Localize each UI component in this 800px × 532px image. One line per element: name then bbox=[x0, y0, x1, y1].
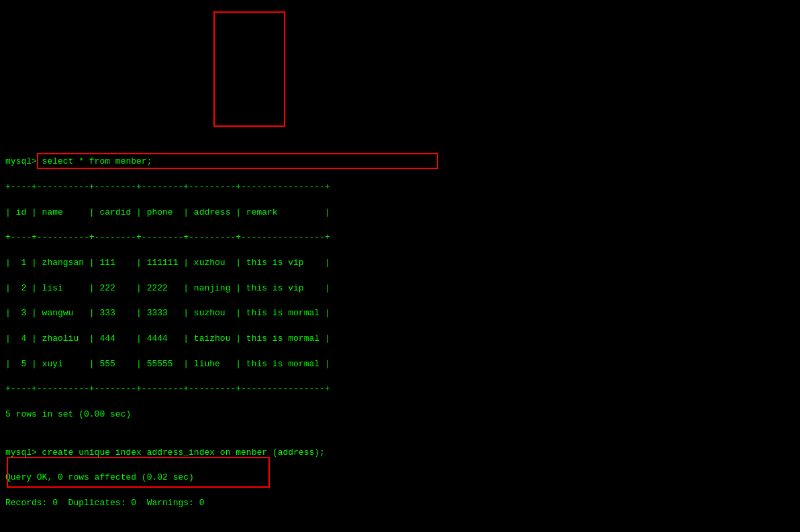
line-6: | 2 | lisi | 222 | 2222 | nanjing | this… bbox=[5, 282, 795, 295]
address-column-highlight bbox=[213, 11, 285, 127]
line-9: | 5 | xuyi | 555 | 55555 | liuhe | this … bbox=[5, 358, 795, 371]
line-14: Query OK, 0 rows affected (0.02 sec) bbox=[5, 472, 795, 484]
line-1: mysql> select * from menber; bbox=[5, 156, 795, 168]
line-7: | 3 | wangwu | 333 | 3333 | suzhou | thi… bbox=[5, 307, 795, 320]
line-2: +----+----------+--------+--------+-----… bbox=[5, 181, 795, 194]
line-8: | 4 | zhaoliu | 444 | 4444 | taizhou | t… bbox=[5, 333, 795, 345]
terminal: mysql> select * from menber; +----+-----… bbox=[0, 0, 800, 532]
line-5: | 1 | zhangsan | 111 | 111111 | xuzhou |… bbox=[5, 257, 795, 270]
line-4: +----+----------+--------+--------+-----… bbox=[5, 231, 795, 244]
line-10: +----+----------+--------+--------+-----… bbox=[5, 383, 795, 396]
line-11: 5 rows in set (0.00 sec) bbox=[5, 409, 795, 421]
line-3: | id | name | cardid | phone | address |… bbox=[5, 207, 795, 219]
line-15: Records: 0 Duplicates: 0 Warnings: 0 bbox=[5, 497, 795, 510]
line-13: mysql> create unique index address_index… bbox=[5, 447, 795, 460]
